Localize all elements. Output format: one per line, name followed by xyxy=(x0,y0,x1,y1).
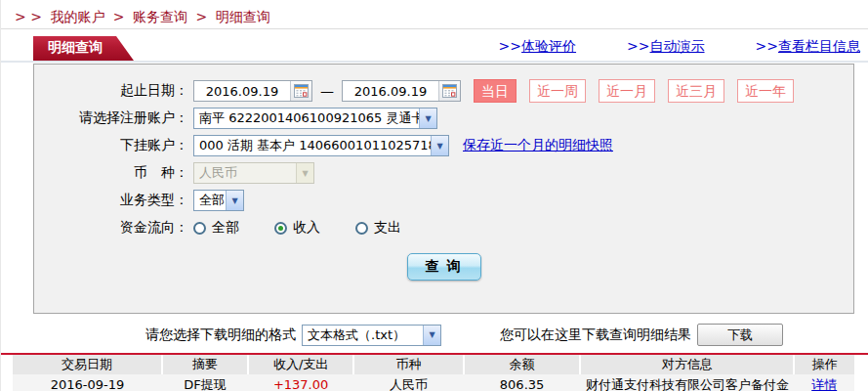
sub-account-row: 下挂账户： 000 活期 基本户 1406600101102571848 ▼ 保… xyxy=(34,135,853,156)
col-header-currency: 币种 xyxy=(353,355,464,374)
query-button-row: 查 询 xyxy=(34,253,853,281)
sub-account-label: 下挂账户： xyxy=(34,137,188,154)
currency-label: 币 种： xyxy=(34,164,188,182)
link-auto-demo-text[interactable]: 自动演示 xyxy=(650,38,705,54)
col-header-summary: 摘要 xyxy=(162,355,248,374)
calendar-icon[interactable] xyxy=(290,81,311,101)
cell-balance: 806.35 xyxy=(464,374,581,391)
link-experience-rating[interactable]: >>体验评价 xyxy=(499,38,576,56)
query-button[interactable]: 查 询 xyxy=(407,253,481,281)
business-type-row: 业务类型： 全部 ▼ xyxy=(34,190,853,211)
flow-radio-expense-label: 支出 xyxy=(374,219,401,237)
detail-query-page: > > 我的账户 > 账务查询 > 明细查询 明细查询 >>体验评价 >>自动演… xyxy=(0,0,868,391)
calendar-icon[interactable] xyxy=(438,81,460,101)
download-format-label: 请您选择下载明细的格式 xyxy=(145,326,296,344)
link-auto-demo[interactable]: >>自动演示 xyxy=(627,38,704,56)
download-format-select[interactable]: 文本格式（.txt） ▼ xyxy=(302,325,441,346)
chevron-down-icon[interactable]: ▼ xyxy=(226,191,243,210)
radio-checked-icon[interactable] xyxy=(274,222,287,235)
date-from-value[interactable]: 2016.09.19 xyxy=(194,84,290,99)
currency-select: 人民币 ▼ xyxy=(193,162,314,184)
tab-detail-query[interactable]: 明细查询 xyxy=(33,36,134,61)
flow-radio-income[interactable]: 收入 xyxy=(274,219,320,237)
table-row: 2016-09-19 DF提现 +137.00 人民币 806.35 财付通支付… xyxy=(13,374,854,391)
download-format-value: 文本格式（.txt） xyxy=(303,326,423,344)
date-range-label: 起止日期： xyxy=(34,82,188,100)
date-separator: — xyxy=(320,83,334,99)
link-view-column-info[interactable]: >>查看栏目信息 xyxy=(756,38,860,56)
query-form-panel: 起止日期： 2016.09.19 xyxy=(33,64,854,314)
range-button-last-month[interactable]: 近一月 xyxy=(599,79,655,103)
download-button[interactable]: 下载 xyxy=(697,324,783,346)
col-header-counterparty: 对方信息 xyxy=(580,355,794,374)
sub-account-value: 000 活期 基本户 1406600101102571848 xyxy=(194,137,431,154)
chevron-down-icon[interactable]: ▼ xyxy=(423,326,440,345)
col-header-balance: 余额 xyxy=(464,355,581,374)
tab-bar: 明细查询 >>体验评价 >>自动演示 >>查看栏目信息 xyxy=(1,36,868,63)
register-account-select[interactable]: 南平 6222001406100921065 灵通卡 ▼ xyxy=(193,108,437,129)
breadcrumb-item-account-query[interactable]: 账务查询 xyxy=(133,9,187,24)
breadcrumb-prefix: > > xyxy=(15,9,42,24)
business-type-select[interactable]: 全部 ▼ xyxy=(193,190,244,211)
register-account-value: 南平 6222001406100921065 灵通卡 xyxy=(194,109,419,127)
detail-link[interactable]: 详情 xyxy=(811,377,837,391)
currency-row: 币 种： 人民币 ▼ xyxy=(34,162,853,184)
date-to-value[interactable]: 2016.09.19 xyxy=(343,84,438,99)
radio-icon[interactable] xyxy=(355,222,368,235)
calendar-icon-glyph xyxy=(294,84,309,98)
breadcrumb-separator: > xyxy=(195,9,207,24)
download-row: 请您选择下载明细的格式 文本格式（.txt） ▼ 您可以在这里下载查询明细结果 … xyxy=(145,323,868,347)
cell-income-expense: +137.00 xyxy=(248,374,353,391)
col-header-trade-date: 交易日期 xyxy=(13,355,162,374)
date-from-field[interactable]: 2016.09.19 xyxy=(193,80,312,102)
transaction-table: 交易日期 摘要 收入/支出 币种 余额 对方信息 操作 2016-09-19 D… xyxy=(13,355,854,391)
radio-icon[interactable] xyxy=(193,222,206,235)
cell-summary: DF提现 xyxy=(162,374,248,391)
divider xyxy=(1,28,868,29)
link-prefix: >> xyxy=(499,38,521,54)
link-prefix: >> xyxy=(756,38,778,54)
breadcrumb-separator: > xyxy=(113,9,125,24)
flow-radio-income-label: 收入 xyxy=(293,219,320,237)
top-links: >>体验评价 >>自动演示 >>查看栏目信息 xyxy=(499,38,868,61)
chevron-down-icon[interactable]: ▼ xyxy=(419,109,436,128)
flow-radio-all[interactable]: 全部 xyxy=(193,219,239,237)
cell-trade-date: 2016-09-19 xyxy=(13,374,162,391)
date-to-field[interactable]: 2016.09.19 xyxy=(342,80,461,102)
range-button-last-week[interactable]: 近一周 xyxy=(529,79,586,103)
register-account-row: 请选择注册账户： 南平 6222001406100921065 灵通卡 ▼ xyxy=(34,108,853,129)
col-header-income-expense: 收入/支出 xyxy=(248,355,353,374)
breadcrumb-item-my-account[interactable]: 我的账户 xyxy=(50,9,104,24)
business-type-value: 全部 xyxy=(194,192,226,209)
range-button-last-year[interactable]: 近一年 xyxy=(737,79,794,103)
currency-value: 人民币 xyxy=(194,164,296,182)
link-prefix: >> xyxy=(627,38,649,54)
download-hint: 您可以在这里下载查询明细结果 xyxy=(500,326,691,344)
register-account-label: 请选择注册账户： xyxy=(34,109,188,127)
cell-counterparty: 财付通支付科技有限公司客户备付金 xyxy=(580,374,794,391)
cell-currency: 人民币 xyxy=(353,374,464,391)
flow-radio-expense[interactable]: 支出 xyxy=(355,219,401,237)
link-view-column-info-text[interactable]: 查看栏目信息 xyxy=(778,38,860,54)
flow-radio-all-label: 全部 xyxy=(212,219,239,237)
range-button-last-3-months[interactable]: 近三月 xyxy=(668,79,724,103)
col-header-action: 操作 xyxy=(794,355,854,374)
link-experience-rating-text[interactable]: 体验评价 xyxy=(521,38,576,54)
save-snapshot-link[interactable]: 保存近一个月的明细快照 xyxy=(463,137,613,154)
breadcrumb-item-detail-query[interactable]: 明细查询 xyxy=(216,9,270,24)
range-button-today[interactable]: 当日 xyxy=(474,79,517,103)
date-range-row: 起止日期： 2016.09.19 xyxy=(34,80,853,102)
chevron-down-icon[interactable]: ▼ xyxy=(431,136,448,155)
table-header-row: 交易日期 摘要 收入/支出 币种 余额 对方信息 操作 xyxy=(13,355,854,374)
fund-flow-row: 资金流向： 全部 收入 支出 xyxy=(34,217,853,239)
breadcrumb: > > 我的账户 > 账务查询 > 明细查询 xyxy=(1,0,868,28)
calendar-icon-glyph xyxy=(442,84,457,98)
sub-account-select[interactable]: 000 活期 基本户 1406600101102571848 ▼ xyxy=(193,135,449,156)
chevron-down-icon: ▼ xyxy=(296,163,313,183)
fund-flow-label: 资金流向： xyxy=(34,219,188,237)
business-type-label: 业务类型： xyxy=(34,192,188,209)
